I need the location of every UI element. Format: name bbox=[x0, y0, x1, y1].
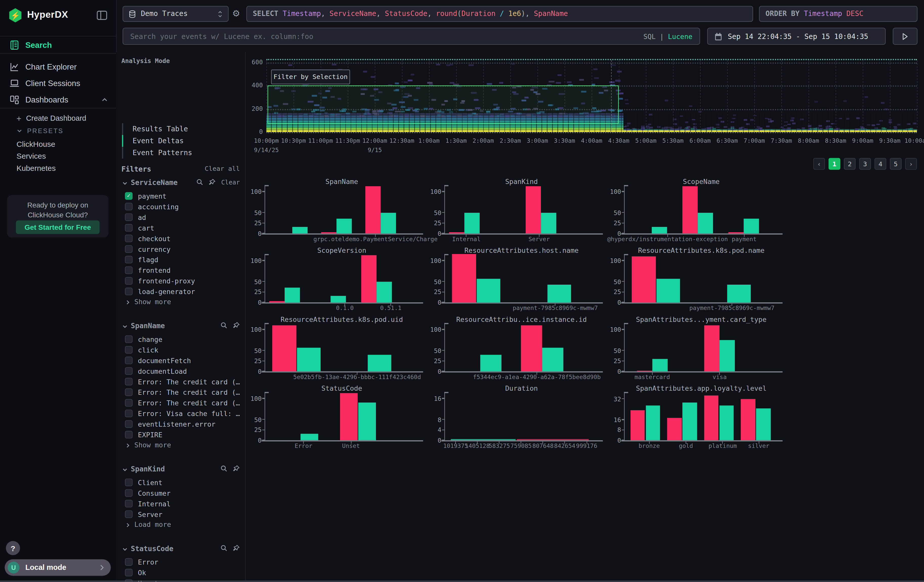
checkbox[interactable] bbox=[125, 420, 133, 428]
sidebar-item-kubernetes[interactable]: Kubernetes bbox=[16, 164, 56, 173]
create-dashboard-button[interactable]: + Create Dashboard bbox=[16, 114, 86, 123]
filter-option[interactable]: documentLoad bbox=[116, 366, 245, 376]
horizontal-scrollbar[interactable] bbox=[0, 580, 924, 582]
order-by-input[interactable]: ORDER BY Timestamp DESC bbox=[759, 6, 918, 22]
filter-option[interactable]: Error: Visa cache full: … bbox=[116, 409, 245, 419]
analysis-mode-event-patterns[interactable]: Event Patterns bbox=[123, 147, 192, 159]
show-more-link[interactable]: Show more bbox=[116, 440, 245, 451]
chevron-down-icon[interactable] bbox=[122, 324, 128, 330]
checkbox[interactable] bbox=[125, 277, 133, 285]
filter-option[interactable]: checkout bbox=[116, 233, 245, 244]
filter-option[interactable]: frontend bbox=[116, 265, 245, 276]
checkbox[interactable] bbox=[125, 510, 133, 518]
selection-rectangle[interactable] bbox=[268, 86, 619, 124]
filter-option[interactable]: cart bbox=[116, 223, 245, 233]
chevron-down-icon[interactable] bbox=[122, 180, 128, 186]
show-more-link[interactable]: Show more bbox=[116, 297, 245, 308]
checkbox[interactable] bbox=[125, 213, 133, 221]
sidebar-item-services[interactable]: Services bbox=[16, 152, 46, 160]
filter-option[interactable]: eventListener.error bbox=[116, 419, 245, 430]
checkbox[interactable] bbox=[125, 500, 133, 507]
search-icon[interactable] bbox=[220, 465, 228, 472]
pin-icon[interactable] bbox=[233, 544, 240, 552]
analysis-mode-event-deltas[interactable]: Event Deltas bbox=[123, 135, 192, 147]
filter-option[interactable]: Error bbox=[116, 557, 245, 567]
pagination-prev-button[interactable]: ‹ bbox=[813, 158, 825, 170]
filter-option[interactable]: Server bbox=[116, 509, 245, 520]
pagination-page-4[interactable]: 4 bbox=[874, 158, 886, 170]
pin-icon[interactable] bbox=[233, 322, 240, 329]
filter-option[interactable]: Internal bbox=[116, 498, 245, 509]
checkbox[interactable] bbox=[125, 569, 133, 576]
search-icon[interactable] bbox=[196, 179, 203, 186]
checkbox[interactable] bbox=[125, 378, 133, 386]
filter-option[interactable]: Error: The credit card (… bbox=[116, 387, 245, 398]
filter-option[interactable]: click bbox=[116, 345, 245, 356]
sidebar-item-dashboards[interactable]: Dashboards bbox=[0, 91, 116, 108]
checkbox[interactable] bbox=[125, 399, 133, 407]
clear-all-filters-link[interactable]: Clear all bbox=[205, 165, 240, 173]
filter-option[interactable]: Ok bbox=[116, 567, 245, 578]
checkbox[interactable] bbox=[125, 410, 133, 417]
filter-option[interactable]: EXPIRE bbox=[116, 430, 245, 440]
sidebar-collapse-icon[interactable] bbox=[96, 9, 108, 21]
sidebar-item-client-sessions[interactable]: Client Sessions bbox=[0, 75, 116, 91]
checkbox[interactable] bbox=[125, 203, 133, 210]
load-more-link[interactable]: Load more bbox=[116, 520, 245, 530]
filter-option[interactable]: Error: The credit card (… bbox=[116, 398, 245, 409]
source-select[interactable]: Demo Traces bbox=[122, 6, 228, 22]
filter-option[interactable]: load-generator bbox=[116, 287, 245, 297]
checkbox[interactable] bbox=[125, 192, 133, 199]
checkbox[interactable] bbox=[125, 558, 133, 566]
sql-select-input[interactable]: SELECT Timestamp, ServiceName, StatusCod… bbox=[246, 6, 753, 22]
sidebar-item-clickhouse[interactable]: ClickHouse bbox=[16, 140, 55, 148]
checkbox[interactable] bbox=[125, 335, 133, 343]
sidebar-item-chart-explorer[interactable]: Chart Explorer bbox=[0, 58, 116, 75]
pin-icon[interactable] bbox=[233, 465, 240, 472]
checkbox[interactable] bbox=[125, 256, 133, 264]
filter-option[interactable]: currency bbox=[116, 244, 245, 255]
mode-lucene[interactable]: Lucene bbox=[668, 32, 693, 41]
user-menu[interactable]: U Local mode bbox=[5, 559, 111, 576]
gear-icon[interactable]: ⚙ bbox=[232, 8, 240, 19]
checkbox[interactable] bbox=[125, 367, 133, 375]
pagination-page-1[interactable]: 1 bbox=[828, 158, 840, 170]
search-input[interactable] bbox=[123, 28, 700, 44]
checkbox[interactable] bbox=[125, 346, 133, 353]
chevron-down-icon[interactable] bbox=[122, 546, 128, 552]
filter-option[interactable]: change bbox=[116, 334, 245, 345]
filter-option[interactable]: frontend-proxy bbox=[116, 276, 245, 287]
checkbox[interactable] bbox=[125, 388, 133, 396]
presets-toggle[interactable]: PRESETS bbox=[16, 127, 64, 134]
get-started-button[interactable]: Get Started for Free bbox=[16, 220, 100, 234]
clear-filter-link[interactable]: Clear bbox=[221, 179, 240, 186]
mode-sql[interactable]: SQL bbox=[644, 32, 655, 41]
checkbox[interactable] bbox=[125, 245, 133, 253]
help-button[interactable]: ? bbox=[6, 541, 20, 555]
pagination-next-button[interactable]: › bbox=[905, 158, 917, 170]
filter-option[interactable]: Consumer bbox=[116, 488, 245, 498]
pagination-page-3[interactable]: 3 bbox=[859, 158, 871, 170]
analysis-mode-results-table[interactable]: Results Table bbox=[123, 123, 192, 135]
filter-option[interactable]: documentFetch bbox=[116, 355, 245, 366]
checkbox[interactable] bbox=[125, 288, 133, 295]
checkbox[interactable] bbox=[125, 431, 133, 439]
query-language-toggle[interactable]: SQL | Lucene bbox=[644, 32, 693, 41]
filter-option[interactable]: accounting bbox=[116, 202, 245, 212]
filter-option[interactable]: flagd bbox=[116, 255, 245, 265]
filter-option[interactable]: Client bbox=[116, 478, 245, 488]
checkbox[interactable] bbox=[125, 267, 133, 274]
date-range-picker[interactable]: Sep 14 22:04:35 - Sep 15 10:04:35 bbox=[707, 28, 886, 45]
filter-option[interactable]: Error: The credit card (… bbox=[116, 376, 245, 387]
checkbox[interactable] bbox=[125, 478, 133, 486]
pagination-page-2[interactable]: 2 bbox=[844, 158, 856, 170]
checkbox[interactable] bbox=[125, 489, 133, 497]
pin-icon[interactable] bbox=[209, 179, 216, 186]
chevron-down-icon[interactable] bbox=[122, 467, 128, 473]
checkbox[interactable] bbox=[125, 224, 133, 232]
filter-option[interactable]: ad bbox=[116, 212, 245, 223]
search-icon[interactable] bbox=[220, 322, 228, 329]
sidebar-item-search[interactable]: Search bbox=[0, 36, 116, 54]
pagination-page-5[interactable]: 5 bbox=[890, 158, 902, 170]
filter-by-selection-button[interactable]: Filter by Selection bbox=[271, 69, 350, 84]
